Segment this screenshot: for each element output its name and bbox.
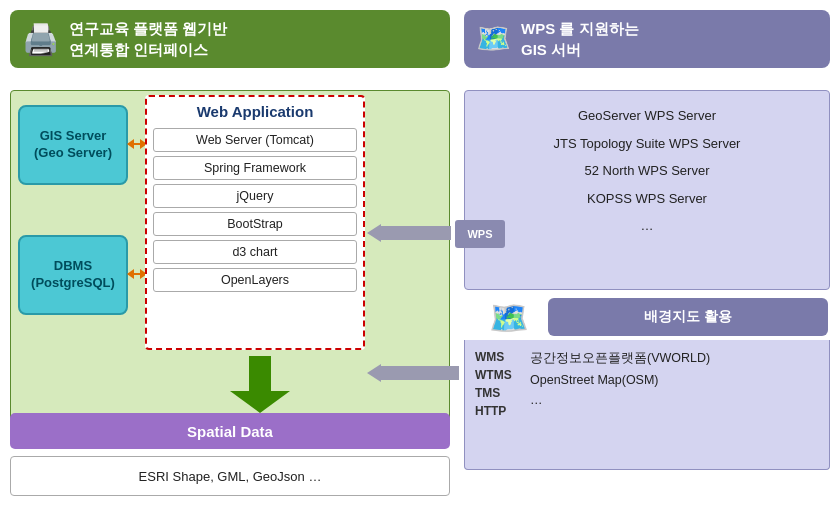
left-header-line2: 연계통합 인터페이스	[69, 39, 227, 60]
right-header-line2: GIS 서버	[521, 39, 639, 60]
bg-map-icon-symbol: 🗺️	[489, 299, 529, 337]
wps-item-2: 52 North WPS Server	[485, 161, 809, 181]
web-app-item-0: Web Server (Tomcat)	[153, 128, 357, 152]
bg-map-item-2: …	[530, 393, 819, 407]
left-header-line1: 연구교육 플랫폼 웹기반	[69, 18, 227, 39]
bg-map-title-box: 배경지도 활용	[548, 298, 828, 336]
wps-badge: WPS	[455, 220, 505, 248]
server-icon: 🖨️	[22, 22, 59, 57]
arrow-shaft	[249, 356, 271, 391]
bg-map-icon: 🗺️	[466, 294, 551, 342]
down-arrow	[230, 356, 290, 413]
bgmap-arrow-head	[367, 364, 381, 382]
left-header: 🖨️ 연구교육 플랫폼 웹기반 연계통합 인터페이스	[10, 10, 450, 68]
protocol-wtms: WTMS	[475, 368, 520, 382]
diagram-container: 🖨️ 연구교육 플랫폼 웹기반 연계통합 인터페이스 GIS Server(Ge…	[0, 0, 840, 524]
arrow-head	[230, 391, 290, 413]
wps-arrow-head	[367, 224, 381, 242]
wps-item-3: KOPSS WPS Server	[485, 189, 809, 209]
esri-formats-box: ESRI Shape, GML, GeoJson …	[10, 456, 450, 496]
wps-arrow	[367, 225, 455, 241]
gis-server-box: GIS Server(Geo Server)	[18, 105, 128, 185]
web-app-title: Web Application	[153, 103, 357, 120]
wps-item-0: GeoServer WPS Server	[485, 106, 809, 126]
protocol-wms: WMS	[475, 350, 520, 364]
bgmap-arrow-line	[381, 366, 459, 380]
wps-item-1: JTS Topology Suite WPS Server	[485, 134, 809, 154]
web-app-item-2: jQuery	[153, 184, 357, 208]
web-app-item-5: OpenLayers	[153, 268, 357, 292]
spatial-data-label: Spatial Data	[187, 423, 273, 440]
spatial-data-bar: Spatial Data	[10, 413, 450, 449]
gis-server-label: GIS Server(Geo Server)	[34, 128, 112, 162]
web-app-item-4: d3 chart	[153, 240, 357, 264]
dbms-webapp-arrow	[128, 273, 146, 275]
bg-map-title: 배경지도 활용	[644, 308, 732, 326]
protocol-tms: TMS	[475, 386, 520, 400]
wps-list-box: GeoServer WPS Server JTS Topology Suite …	[464, 90, 830, 290]
left-header-text: 연구교육 플랫폼 웹기반 연계통합 인터페이스	[69, 18, 227, 60]
bg-map-protocols: WMS WTMS TMS HTTP	[475, 350, 520, 459]
web-app-item-1: Spring Framework	[153, 156, 357, 180]
bg-map-item-1: OpenStreet Map(OSM)	[530, 373, 819, 387]
web-app-box: Web Application Web Server (Tomcat) Spri…	[145, 95, 365, 350]
dbms-box: DBMS(PostgreSQL)	[18, 235, 128, 315]
dbms-label: DBMS(PostgreSQL)	[31, 258, 115, 292]
wps-badge-label: WPS	[467, 228, 492, 240]
bg-map-item-0: 공간정보오픈플랫폼(VWORLD)	[530, 350, 819, 367]
right-header-text: WPS 를 지원하는 GIS 서버	[521, 18, 639, 60]
bg-map-items: 공간정보오픈플랫폼(VWORLD) OpenStreet Map(OSM) …	[530, 350, 819, 459]
wps-item-4: …	[485, 216, 809, 236]
protocol-http: HTTP	[475, 404, 520, 418]
bg-map-content: WMS WTMS TMS HTTP 공간정보오픈플랫폼(VWORLD) Open…	[464, 340, 830, 470]
web-app-item-3: BootStrap	[153, 212, 357, 236]
right-header-line1: WPS 를 지원하는	[521, 18, 639, 39]
right-header: 🗺️ WPS 를 지원하는 GIS 서버	[464, 10, 830, 68]
map-icon: 🗺️	[476, 25, 511, 53]
bgmap-arrow	[367, 365, 464, 381]
wps-arrow-line	[381, 226, 451, 240]
gis-webapp-arrow	[128, 143, 146, 145]
esri-formats-text: ESRI Shape, GML, GeoJson …	[139, 469, 322, 484]
